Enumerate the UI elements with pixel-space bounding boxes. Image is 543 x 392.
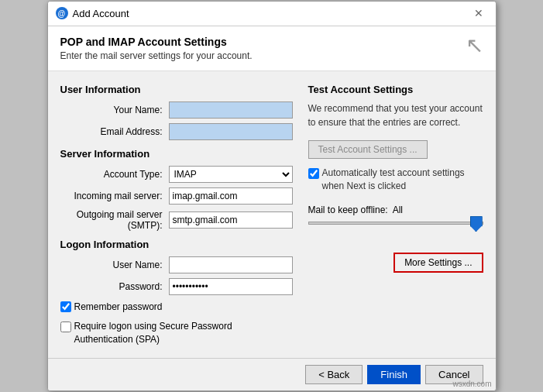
- logon-section: Logon Information User Name: Password:: [60, 239, 293, 295]
- remember-password-label: Remember password: [74, 301, 163, 312]
- back-button[interactable]: < Back: [305, 365, 363, 384]
- incoming-server-input[interactable]: [169, 187, 293, 205]
- left-panel: User Information Your Name: Email Addres…: [60, 84, 293, 346]
- auto-test-checkbox[interactable]: [308, 168, 319, 179]
- logon-title: Logon Information: [60, 239, 293, 250]
- header-text: POP and IMAP Account Settings Enter the …: [60, 36, 253, 61]
- right-panel: Test Account Settings We recommend that …: [308, 84, 483, 346]
- account-type-label: Account Type:: [60, 169, 169, 180]
- finish-button[interactable]: Finish: [367, 365, 421, 384]
- offline-value: All: [393, 205, 403, 215]
- remember-password-row: Remember password: [60, 301, 293, 312]
- your-name-input[interactable]: [169, 101, 293, 119]
- auto-test-label: Automatically test account settings when…: [322, 167, 483, 193]
- header-section: POP and IMAP Account Settings Enter the …: [48, 26, 496, 71]
- spa-label: Require logon using Secure Password Auth…: [74, 320, 293, 346]
- header-title: POP and IMAP Account Settings: [60, 36, 253, 48]
- spa-row: Require logon using Secure Password Auth…: [60, 320, 293, 346]
- server-info-title: Server Information: [60, 148, 293, 160]
- username-label: User Name:: [60, 260, 169, 270]
- outgoing-server-input[interactable]: [169, 211, 293, 229]
- close-button[interactable]: ✕: [469, 5, 488, 21]
- cursor-icon: ↖: [466, 33, 483, 58]
- test-account-settings-button[interactable]: Test Account Settings ...: [308, 140, 428, 159]
- incoming-row: Incoming mail server:: [60, 187, 293, 205]
- auto-check-row: Automatically test account settings when…: [308, 167, 483, 193]
- remember-password-checkbox[interactable]: [60, 301, 71, 312]
- password-label: Password:: [60, 281, 169, 292]
- email-label: Email Address:: [60, 126, 169, 137]
- add-account-dialog: @ Add Account ✕ POP and IMAP Account Set…: [47, 1, 497, 392]
- outgoing-label: Outgoing mail server (SMTP):: [60, 209, 169, 231]
- offline-slider-container: [308, 222, 483, 237]
- offline-row: Mail to keep offline: All: [308, 205, 483, 215]
- account-type-select[interactable]: IMAP POP3: [169, 166, 293, 183]
- titlebar: @ Add Account ✕: [48, 2, 496, 26]
- password-row: Password:: [60, 278, 293, 295]
- spa-checkbox[interactable]: [60, 322, 71, 332]
- server-section: Server Information Account Type: IMAP PO…: [60, 148, 293, 231]
- slider-thumb[interactable]: [470, 216, 483, 232]
- slider-fill: [309, 222, 483, 224]
- your-name-row: Your Name:: [60, 101, 293, 119]
- email-row: Email Address:: [60, 123, 293, 140]
- outgoing-row: Outgoing mail server (SMTP):: [60, 209, 293, 231]
- account-type-row: Account Type: IMAP POP3: [60, 166, 293, 183]
- email-input[interactable]: [169, 123, 293, 140]
- password-input[interactable]: [169, 278, 293, 295]
- your-name-label: Your Name:: [60, 105, 169, 115]
- slider-track: [308, 222, 483, 225]
- header-subtitle: Enter the mail server settings for your …: [60, 50, 253, 61]
- offline-label: Mail to keep offline:: [308, 205, 388, 215]
- main-content: User Information Your Name: Email Addres…: [48, 71, 496, 359]
- username-input[interactable]: [169, 256, 293, 273]
- username-row: User Name:: [60, 256, 293, 273]
- watermark: wsxdn.com: [452, 380, 491, 388]
- incoming-label: Incoming mail server:: [60, 191, 169, 201]
- titlebar-left: @ Add Account: [56, 7, 129, 19]
- more-settings-button[interactable]: More Settings ...: [394, 253, 483, 273]
- test-settings-desc: We recommend that you test your account …: [308, 101, 483, 129]
- user-info-title: User Information: [60, 84, 293, 95]
- dialog-title: Add Account: [73, 8, 129, 19]
- app-icon: @: [56, 7, 68, 19]
- test-settings-title: Test Account Settings: [308, 84, 483, 95]
- footer: < Back Finish Cancel: [48, 358, 496, 390]
